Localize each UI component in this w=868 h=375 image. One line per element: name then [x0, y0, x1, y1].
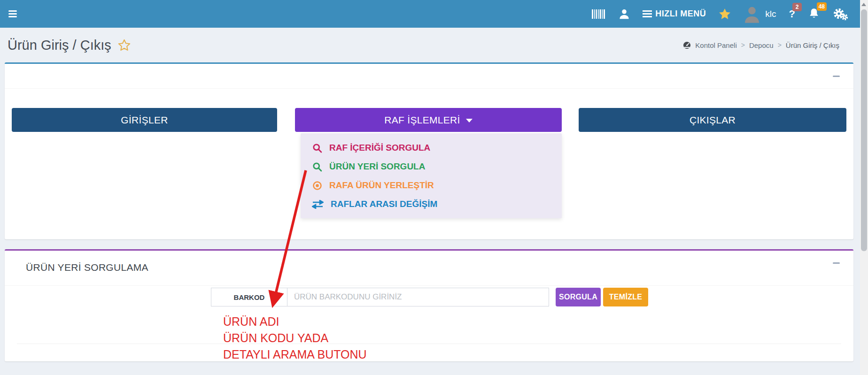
menu-item-label: RAFA ÜRÜN YERLEŞTİR	[329, 180, 434, 191]
dot-circle-icon	[312, 181, 322, 191]
panel-divider	[5, 88, 853, 89]
sorgula-button[interactable]: SORGULA	[556, 288, 601, 306]
barcode-input-group: BARKOD	[211, 288, 549, 306]
breadcrumb-link-kontrol-paneli[interactable]: Kontol Paneli	[695, 41, 736, 49]
favorites-nav-button[interactable]	[719, 8, 731, 20]
star-icon	[719, 8, 731, 20]
sidebar-toggle-button[interactable]	[8, 8, 20, 20]
temizle-button[interactable]: TEMİZLE	[603, 288, 648, 306]
menu-item-raf-icerigi-sorgula[interactable]: RAF İÇERİĞİ SORGULA	[312, 138, 562, 157]
app-root: HIZLI MENÜ klc ? 2	[0, 0, 868, 375]
quick-menu-label: HIZLI MENÜ	[655, 9, 706, 19]
user-icon	[619, 8, 630, 20]
raf-islemleri-label: RAF İŞLEMLERİ	[384, 115, 460, 126]
query-panel-collapse-button[interactable]	[831, 258, 841, 268]
username-label: klc	[765, 9, 776, 19]
menu-item-rafa-urun-yerlestir[interactable]: RAFA ÜRÜN YERLEŞTİR	[312, 176, 562, 195]
menu-item-label: ÜRÜN YERİ SORGULA	[329, 161, 425, 172]
breadcrumb-link-depocu[interactable]: Depocu	[749, 41, 774, 49]
menu-item-raflar-arasi-degisim[interactable]: RAFLAR ARASI DEĞİŞİM	[312, 195, 562, 214]
notifications-nav-button[interactable]: 48	[808, 8, 820, 20]
avatar	[744, 5, 760, 23]
top-navbar: HIZLI MENÜ klc ? 2	[0, 0, 860, 28]
user-nav-button[interactable]	[619, 8, 630, 20]
menu-item-urun-yeri-sorgula[interactable]: ÜRÜN YERİ SORGULA	[312, 157, 562, 176]
annotation-text: ÜRÜN ADI ÜRÜN KODU YADA DETAYLI ARAMA BU…	[223, 314, 367, 363]
dashboard-icon	[683, 41, 691, 49]
hamburger-icon	[8, 8, 20, 20]
breadcrumb-separator: >	[778, 41, 782, 49]
chevron-down-icon	[466, 119, 473, 122]
navbar-right-cluster: HIZLI MENÜ klc ? 2	[592, 0, 848, 28]
barcode-icon	[592, 9, 606, 19]
actions-panel-collapse-button[interactable]	[831, 71, 841, 81]
barcode-label: BARKOD	[211, 288, 287, 306]
cikislar-button[interactable]: ÇIKIŞLAR	[579, 108, 846, 132]
quick-menu-button[interactable]: HIZLI MENÜ	[643, 9, 706, 19]
minus-icon	[833, 262, 840, 264]
breadcrumb-current-page: Ürün Giriş / Çıkış	[786, 41, 839, 49]
gears-icon	[833, 8, 848, 21]
page-header: Ürün Giriş / Çıkış Kontol Paneli > Depoc…	[0, 28, 860, 62]
urun-yeri-sorgulama-panel: ÜRÜN YERİ SORGULAMA BARKOD SORGULA TEMİZ…	[5, 249, 853, 361]
breadcrumb: Kontol Paneli > Depocu > Ürün Giriş / Çı…	[683, 28, 839, 62]
actions-panel: GİRİŞLER RAF İŞLEMLERİ ÇIKIŞLAR RAF İÇER…	[5, 62, 853, 239]
page-title-row: Ürün Giriş / Çıkış	[8, 38, 131, 53]
user-account-button[interactable]: klc	[744, 5, 776, 23]
panel-row-divider	[17, 344, 841, 344]
page-title: Ürün Giriş / Çıkış	[8, 38, 111, 53]
exchange-icon	[312, 200, 324, 209]
settings-nav-button[interactable]	[833, 8, 848, 21]
barcode-input[interactable]	[287, 288, 549, 306]
breadcrumb-separator: >	[741, 41, 745, 49]
menu-item-label: RAFLAR ARASI DEĞİŞİM	[331, 199, 437, 209]
scrollbar-up-arrow[interactable]	[861, 3, 866, 6]
search-icon	[312, 143, 322, 153]
panel-title: ÜRÜN YERİ SORGULAMA	[26, 262, 148, 273]
help-nav-button[interactable]: ? 2	[789, 8, 795, 20]
raf-islemleri-menu: RAF İÇERİĞİ SORGULA ÜRÜN YERİ SORGULA	[301, 133, 562, 218]
panel-divider	[5, 285, 853, 286]
favorite-star-toggle[interactable]	[118, 39, 131, 51]
raf-islemleri-dropdown-button[interactable]: RAF İŞLEMLERİ	[295, 108, 562, 132]
vertical-scrollbar[interactable]	[860, 0, 868, 375]
annotation-line: ÜRÜN ADI	[223, 314, 367, 330]
girisler-button[interactable]: GİRİŞLER	[12, 108, 277, 132]
annotation-line: DETAYLI ARAMA BUTONU	[223, 346, 367, 363]
annotation-line: ÜRÜN KODU YADA	[223, 330, 367, 346]
menu-bars-icon	[643, 10, 652, 18]
barcode-nav-button[interactable]	[592, 9, 606, 19]
help-badge: 2	[792, 3, 802, 11]
notification-badge: 48	[817, 2, 827, 11]
minus-icon	[833, 76, 840, 77]
scrollbar-thumb[interactable]	[861, 9, 867, 251]
search-icon	[312, 162, 322, 172]
menu-item-label: RAF İÇERİĞİ SORGULA	[329, 143, 430, 153]
